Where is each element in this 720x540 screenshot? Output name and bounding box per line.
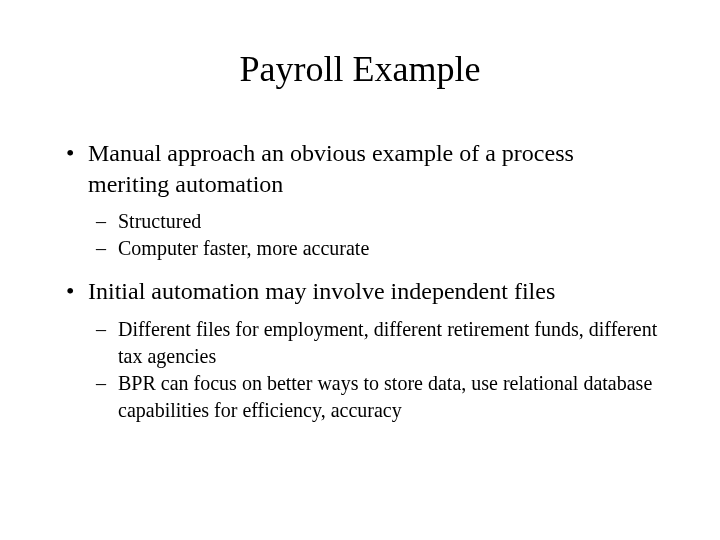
list-item: Computer faster, more accurate [88,235,660,262]
bullet-list: Manual approach an obvious example of a … [60,138,660,424]
sub-list: Different files for employment, differen… [88,316,660,424]
sub-list: Structured Computer faster, more accurat… [88,208,660,262]
bullet-text: Computer faster, more accurate [118,237,369,259]
slide-title: Payroll Example [60,48,660,90]
bullet-text: Manual approach an obvious example of a … [88,140,574,197]
bullet-text: Structured [118,210,201,232]
list-item: Manual approach an obvious example of a … [60,138,660,262]
bullet-text: Initial automation may involve independe… [88,278,555,304]
list-item: Different files for employment, differen… [88,316,660,370]
list-item: BPR can focus on better ways to store da… [88,370,660,424]
list-item: Initial automation may involve independe… [60,276,660,423]
bullet-text: Different files for employment, differen… [118,318,657,367]
list-item: Structured [88,208,660,235]
bullet-text: BPR can focus on better ways to store da… [118,372,652,421]
